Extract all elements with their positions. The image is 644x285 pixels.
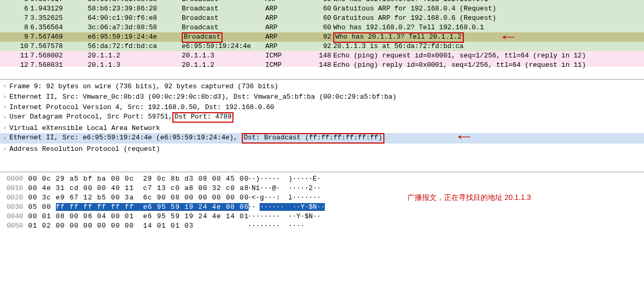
hex-ascii: ········ ····: [248, 221, 336, 231]
cell-dst: Broadcast: [182, 0, 265, 4]
cell-src: 58:b6:23:39:86:20: [88, 4, 182, 14]
packet-list[interactable]: 50.5578173c:06:a7:3d:88:58BroadcastARP60…: [0, 0, 644, 80]
cell-no: 5: [7, 0, 30, 4]
tree-text: Internet Protocol Version 4, Src: 192.16…: [9, 103, 274, 111]
tree-row[interactable]: ›User Datagram Protocol, Src Port: 59751…: [0, 112, 644, 123]
tree-row[interactable]: ›Ethernet II, Src: Vmware_0c:8b:d3 (00:0…: [0, 91, 644, 102]
cell-time: 7.568031: [30, 61, 88, 67]
cell-dst: e6:95:59:19:24:4e: [182, 42, 265, 51]
chevron-right-icon[interactable]: ›: [0, 104, 9, 110]
cell-src: 3c:06:a7:3d:88:58: [88, 0, 182, 4]
cell-src: 20.1.1.3: [88, 61, 182, 67]
hex-ascii: ·<·g···: l·······: [248, 193, 336, 203]
hex-bytes: 00 01 08 00 06 04 00 01 e6 95 59 19 24 4…: [28, 212, 248, 221]
tree-row[interactable]: ›Internet Protocol Version 4, Src: 192.1…: [0, 102, 644, 112]
hex-bytes: 01 02 00 00 00 00 00 00 14 01 01 03: [28, 221, 248, 231]
cell-time: 6.356564: [30, 23, 88, 32]
highlight-box: Broadcast: [182, 32, 223, 43]
hex-offset: 0020: [0, 193, 28, 203]
hex-ascii: ·N1···@· ·····2··: [248, 184, 336, 193]
chevron-right-icon[interactable]: ›: [0, 83, 9, 89]
cell-src: 56:da:72:fd:bd:ca: [88, 42, 182, 51]
cell-len: 148: [310, 51, 333, 61]
packet-row[interactable]: 117.56800220.1.1.220.1.1.3ICMP148Echo (p…: [0, 51, 644, 61]
cell-len: 92: [310, 42, 333, 51]
hex-ascii: ········ ··Y·$N··: [248, 212, 336, 221]
cell-prot: ARP: [265, 23, 310, 32]
hex-offset: 0010: [0, 184, 28, 193]
tree-text: User Datagram Protocol, Src Port: 59751,…: [9, 112, 233, 123]
tree-row[interactable]: ›Frame 9: 92 bytes on wire (736 bits), 9…: [0, 81, 644, 91]
cell-prot: ARP: [265, 42, 310, 51]
chevron-right-icon[interactable]: ›: [0, 146, 9, 152]
cell-dst: Broadcast: [182, 23, 265, 32]
chevron-right-icon[interactable]: ›: [0, 93, 9, 100]
cell-no: 10: [7, 42, 30, 51]
packet-row[interactable]: 86.3565643c:06:a7:3d:88:58BroadcastARP60…: [0, 23, 644, 32]
cell-len: 92: [310, 32, 333, 42]
packet-row[interactable]: 73.35262564:90:c1:90:f6:e8BroadcastARP60…: [0, 14, 644, 23]
cell-info: Who has 192.168.0.50? Tell 192.168.0.1: [333, 0, 644, 4]
hex-dump[interactable]: 000000 0c 29 a5 bf ba 00 0c 29 0c 8b d3 …: [0, 172, 644, 285]
hex-row[interactable]: 000000 0c 29 a5 bf ba 00 0c 29 0c 8b d3 …: [0, 174, 644, 184]
packet-row[interactable]: 97.567469e6:95:59:19:24:4eBroadcastARP92…: [0, 32, 644, 42]
cell-prot: ARP: [265, 14, 310, 23]
chevron-right-icon[interactable]: ›: [0, 114, 9, 121]
chevron-right-icon[interactable]: ›: [0, 125, 9, 131]
cell-info: Echo (ping) reply id=0x0001, seq=1/256, …: [333, 61, 644, 67]
cell-len: 60: [310, 23, 333, 32]
chevron-right-icon[interactable]: ›: [0, 135, 9, 141]
cell-time: 0.557817: [30, 0, 88, 4]
hex-row[interactable]: 004000 01 08 00 06 04 00 01 e6 95 59 19 …: [0, 212, 644, 221]
hex-selection: ff ff ff ff ff ff e6 95 59 19 24 4e 08 0…: [56, 203, 249, 211]
packet-row[interactable]: 127.56803120.1.1.320.1.1.2ICMP148Echo (p…: [0, 61, 644, 67]
packet-details[interactable]: ›Frame 9: 92 bytes on wire (736 bits), 9…: [0, 80, 644, 172]
hex-row[interactable]: 002000 3c e9 67 12 b5 00 3a 6c 90 08 00 …: [0, 193, 644, 203]
cell-info: Gratuitous ARP for 192.168.0.4 (Request): [333, 4, 644, 14]
hex-offset: 0030: [0, 203, 28, 212]
hex-selection: ······ ··Y·$N··: [260, 203, 325, 211]
cell-src: 20.1.1.2: [88, 51, 182, 61]
cell-src: 3c:06:a7:3d:88:58: [88, 23, 182, 32]
hex-offset: 0000: [0, 174, 28, 184]
tree-row[interactable]: ›Virtual eXtensible Local Area Network: [0, 123, 644, 133]
cell-info: Echo (ping) request id=0x0001, seq=1/256…: [333, 51, 644, 61]
hex-offset: 0040: [0, 212, 28, 221]
tree-text: Ethernet II, Src: Vmware_0c:8b:d3 (00:0c…: [9, 93, 396, 101]
cell-no: 9: [7, 32, 30, 42]
tree-text: Frame 9: 92 bytes on wire (736 bits), 92…: [9, 82, 278, 90]
cell-len: 60: [310, 14, 333, 23]
hex-row[interactable]: 001000 4e 31 cd 00 00 40 11 c7 13 c0 a8 …: [0, 184, 644, 193]
cell-no: 6: [7, 4, 30, 14]
highlight-box: Who has 20.1.1.3? Tell 20.1.1.2: [333, 32, 464, 43]
cell-info: Who has 20.1.1.3? Tell 20.1.1.2: [333, 32, 644, 42]
tree-text: Ethernet II, Src: e6:95:59:19:24:4e (e6:…: [9, 133, 384, 144]
tree-row[interactable]: ›Address Resolution Protocol (request): [0, 144, 644, 154]
cell-no: 11: [7, 51, 30, 61]
cell-no: 8: [7, 23, 30, 32]
hex-bytes: 05 00 ff ff ff ff ff ff e6 95 59 19 24 4…: [28, 203, 248, 212]
tree-text: Address Resolution Protocol (request): [9, 145, 160, 153]
hex-ascii: ·· ······ ··Y·$N··: [248, 203, 336, 212]
hex-row[interactable]: 003005 00 ff ff ff ff ff ff e6 95 59 19 …: [0, 203, 644, 212]
cell-info: Who has 192.168.0.2? Tell 192.168.0.1: [333, 23, 644, 32]
hex-row[interactable]: 005001 02 00 00 00 00 00 00 14 01 01 03·…: [0, 221, 644, 231]
cell-time: 7.567469: [30, 32, 88, 42]
highlight-box: Dst Port: 4789: [172, 112, 233, 123]
cell-src: 64:90:c1:90:f6:e8: [88, 14, 182, 23]
cell-no: 12: [7, 61, 30, 67]
cell-len: 60: [310, 0, 333, 4]
cell-no: 7: [7, 14, 30, 23]
cell-src: e6:95:59:19:24:4e: [88, 32, 182, 42]
cell-prot: ARP: [265, 32, 310, 42]
packet-row[interactable]: 107.56757856:da:72:fd:bd:cae6:95:59:19:2…: [0, 42, 644, 51]
cell-time: 1.943129: [30, 4, 88, 14]
cell-len: 60: [310, 4, 333, 14]
cell-dst: 20.1.1.2: [182, 61, 265, 67]
hex-bytes: 00 4e 31 cd 00 00 40 11 c7 13 c0 a8 00 3…: [28, 184, 248, 193]
cell-prot: ARP: [265, 4, 310, 14]
tree-row[interactable]: ›Ethernet II, Src: e6:95:59:19:24:4e (e6…: [0, 133, 644, 144]
cell-time: 7.567578: [30, 42, 88, 51]
packet-row[interactable]: 61.94312958:b6:23:39:86:20BroadcastARP60…: [0, 4, 644, 14]
packet-row[interactable]: 50.5578173c:06:a7:3d:88:58BroadcastARP60…: [0, 0, 644, 4]
